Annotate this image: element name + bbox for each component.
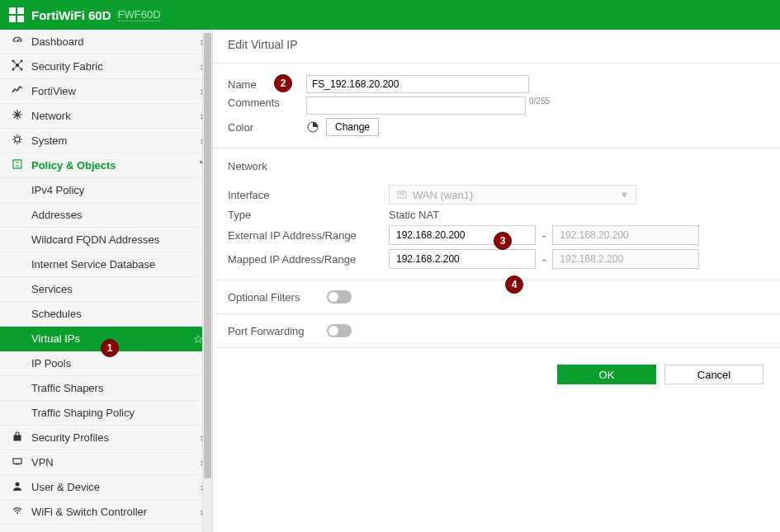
network-icon	[10, 109, 25, 123]
chart-icon	[10, 84, 25, 98]
subnav-label: Internet Service Database	[31, 258, 204, 271]
name-label: Name	[228, 78, 306, 91]
header-subtitle[interactable]: FWF60D	[118, 8, 161, 21]
name-input[interactable]	[306, 75, 529, 93]
nav-system[interactable]: System ›	[0, 129, 212, 153]
interface-row: Interface WAN (wan1) ▼	[213, 185, 780, 205]
subnav-traffic-shaping-policy[interactable]: Traffic Shaping Policy	[0, 401, 212, 426]
svg-rect-17	[14, 435, 21, 440]
subnav-label: IPv4 Policy	[31, 184, 204, 196]
scrollbar-thumb[interactable]	[204, 33, 211, 478]
svg-rect-18	[13, 459, 21, 464]
svg-rect-1	[17, 7, 24, 14]
nav-wifi-switch[interactable]: WiFi & Switch Controller ›	[0, 500, 212, 525]
subnav-label: Schedules	[31, 308, 204, 320]
svg-point-13	[15, 137, 20, 142]
optional-filters-row: Optional Filters	[213, 280, 780, 313]
subnav-schedules[interactable]: Schedules	[0, 302, 212, 327]
dropdown-arrow-icon: ▼	[620, 190, 629, 200]
nav-dashboard[interactable]: Dashboard ›	[0, 30, 212, 54]
subnav-label: Traffic Shaping Policy	[31, 407, 204, 419]
name-row: Name	[213, 75, 780, 93]
user-icon	[10, 480, 25, 494]
nav-label: VPN	[31, 456, 201, 468]
vpn-icon	[10, 455, 25, 469]
subnav-services[interactable]: Services	[0, 277, 212, 302]
annotation-badge-4: 4	[505, 275, 523, 294]
nav-label: Network	[31, 110, 201, 122]
external-ip-start-input[interactable]	[389, 225, 536, 245]
svg-line-10	[18, 62, 21, 64]
nav-network[interactable]: Network ›	[0, 104, 212, 129]
subnav-label: IP Pools	[31, 357, 204, 370]
type-label: Type	[228, 209, 389, 221]
color-row: Color Change	[213, 118, 780, 136]
svg-line-12	[18, 66, 21, 68]
button-row: OK Cancel	[213, 348, 780, 384]
nav-vpn[interactable]: VPN ›	[0, 450, 212, 475]
interface-select[interactable]: WAN (wan1) ▼	[389, 185, 636, 205]
wifi-icon	[10, 505, 25, 519]
svg-rect-2	[9, 16, 16, 22]
page-title: Edit Virtual IP	[213, 35, 780, 63]
change-color-button[interactable]: Change	[326, 118, 379, 136]
nav-label: Dashboard	[31, 35, 201, 48]
external-ip-end-input[interactable]	[552, 225, 699, 245]
svg-rect-14	[13, 160, 21, 168]
subnav-ipv4-policy[interactable]: IPv4 Policy	[0, 178, 212, 203]
nav-security-profiles[interactable]: Security Profiles ›	[0, 426, 212, 450]
subnav-label: Addresses	[31, 209, 204, 221]
port-forwarding-toggle[interactable]	[327, 324, 352, 337]
sidebar-scrollbar[interactable]	[202, 30, 212, 532]
header-title: FortiWiFi 60D	[31, 8, 111, 22]
comments-input[interactable]	[306, 97, 526, 115]
svg-line-11	[14, 66, 17, 68]
brand-logo-icon	[8, 7, 25, 23]
lock-icon	[10, 431, 25, 445]
fabric-icon	[10, 59, 25, 73]
nav-user-device[interactable]: User & Device ›	[0, 475, 212, 500]
comments-label: Comments	[228, 97, 306, 109]
nav-policy-objects[interactable]: Policy & Objects ˅	[0, 153, 212, 178]
nav-fortiview[interactable]: FortiView ›	[0, 79, 212, 104]
svg-rect-3	[17, 16, 24, 22]
annotation-badge-2: 2	[274, 74, 292, 92]
mapped-ip-start-input[interactable]	[389, 249, 536, 269]
subnav-internet-service-db[interactable]: Internet Service Database	[0, 252, 212, 277]
color-swatch-icon	[306, 120, 319, 134]
type-value: Static NAT	[389, 209, 439, 221]
range-separator: -	[542, 229, 546, 242]
subnav-label: Wildcard FQDN Addresses	[31, 233, 204, 246]
nav-security-fabric[interactable]: Security Fabric ›	[0, 54, 212, 79]
subnav-label: Services	[31, 283, 204, 295]
mapped-ip-end-input[interactable]	[552, 249, 699, 269]
range-separator: -	[542, 253, 546, 266]
nav-label: System	[31, 134, 201, 147]
app-header: FortiWiFi 60D FWF60D	[0, 0, 780, 30]
char-count: 0/255	[529, 97, 550, 106]
port-forwarding-label: Port Forwarding	[228, 325, 327, 337]
external-ip-label: External IP Address/Range	[228, 229, 389, 242]
nav-label: Policy & Objects	[31, 159, 199, 172]
annotation-badge-1: 1	[101, 339, 119, 357]
interface-icon	[396, 189, 408, 200]
optional-filters-label: Optional Filters	[228, 291, 327, 304]
interface-label: Interface	[228, 189, 389, 201]
mapped-ip-row: Mapped IP Address/Range -	[213, 249, 780, 269]
mapped-ip-label: Mapped IP Address/Range	[228, 253, 389, 266]
main-layout: Dashboard › Security Fabric › FortiView …	[0, 30, 780, 532]
svg-point-21	[17, 512, 18, 514]
color-label: Color	[228, 121, 306, 134]
nav-label: WiFi & Switch Controller	[31, 506, 201, 518]
policy-icon	[10, 158, 25, 172]
nav-label: FortiView	[31, 85, 201, 97]
cancel-button[interactable]: Cancel	[664, 365, 763, 384]
subnav-addresses[interactable]: Addresses	[0, 203, 212, 228]
svg-point-20	[16, 483, 20, 487]
subnav-traffic-shapers[interactable]: Traffic Shapers	[0, 376, 212, 401]
optional-filters-toggle[interactable]	[327, 290, 352, 304]
nav-label: Security Fabric	[31, 60, 201, 73]
subnav-wildcard-fqdn[interactable]: Wildcard FQDN Addresses	[0, 228, 212, 252]
network-section-header: Network	[213, 148, 780, 181]
ok-button[interactable]: OK	[557, 365, 656, 384]
